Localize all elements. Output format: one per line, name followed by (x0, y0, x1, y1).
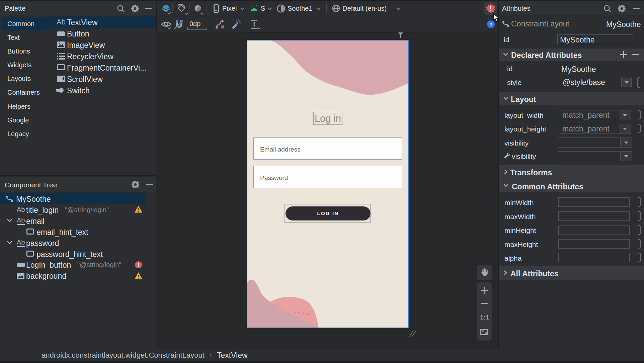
svg-text:?: ? (489, 21, 492, 27)
